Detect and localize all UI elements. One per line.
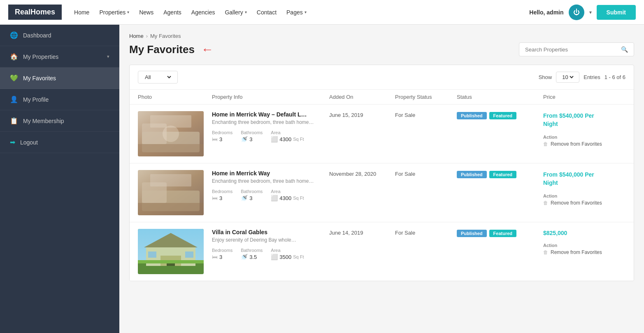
breadcrumb-separator: › <box>146 33 148 39</box>
submit-button[interactable]: Submit <box>597 5 636 20</box>
nav-pages[interactable]: Pages ▾ <box>286 9 307 16</box>
property-date: June 14, 2019 <box>329 229 395 236</box>
page-title-wrap: My Favorites ← <box>129 42 214 56</box>
user-menu-chevron[interactable]: ▾ <box>589 9 592 15</box>
remove-favorites-button[interactable]: 🗑 Remove from Favorites <box>543 141 602 147</box>
filter-dropdown[interactable]: All For Sale For Rent <box>138 71 178 84</box>
top-nav: RealHomes Home Properties ▾ News Agents … <box>0 0 644 25</box>
bath-icon: 🚿 <box>241 136 248 142</box>
user-icon-button[interactable]: ⏻ <box>569 5 584 20</box>
property-description: Enjoy serenity of Deering Bay whole… <box>212 237 323 243</box>
property-image <box>138 229 204 274</box>
breadcrumb-home[interactable]: Home <box>129 33 144 39</box>
app-logo: RealHomes <box>8 5 62 20</box>
hello-text: Hello, admin <box>529 9 563 16</box>
sidebar-item-label: My Properties <box>23 54 102 60</box>
area-feature: Area ⬜ 4300 Sq Ft <box>271 130 304 142</box>
sidebar-item-label: Logout <box>20 139 109 146</box>
price-column: From $540,000 PerNight Action 🗑 Remove f… <box>543 111 625 147</box>
properties-table: All For Sale For Rent Show 10 25 50 E <box>129 65 634 281</box>
property-description: Enchanting three bedroom, three bath hom… <box>212 178 323 184</box>
price-column: From $540,000 PerNight Action 🗑 Remove f… <box>543 170 625 206</box>
home-icon: 🏠 <box>10 53 18 61</box>
property-info: Villa in Coral Gables Enjoy serenity of … <box>212 229 329 260</box>
table-row: Villa in Coral Gables Enjoy serenity of … <box>130 222 634 281</box>
logout-icon: ➡ <box>10 138 15 146</box>
col-price: Price <box>543 94 625 100</box>
entries-info: Show 10 25 50 Entries 1 - 6 of 6 <box>539 72 625 83</box>
nav-home[interactable]: Home <box>74 9 89 16</box>
chevron-icon: ▾ <box>245 10 247 14</box>
property-image <box>138 111 204 156</box>
svg-rect-10 <box>138 203 204 215</box>
sidebar-item-dashboard[interactable]: 🌐 Dashboard <box>0 25 119 46</box>
area-icon: ⬜ <box>271 136 278 142</box>
bath-icon: 🚿 <box>241 195 248 201</box>
filters-row: All For Sale For Rent Show 10 25 50 E <box>130 65 634 90</box>
search-input[interactable] <box>525 47 621 53</box>
action-label: Action <box>543 243 625 248</box>
col-photo: Photo <box>138 94 212 100</box>
svg-rect-17 <box>148 251 156 258</box>
sidebar-item-my-membership[interactable]: 📋 My Membership <box>0 110 119 132</box>
property-badges: Published Featured <box>457 170 543 178</box>
property-price: $825,000 <box>543 230 625 236</box>
action-label: Action <box>543 193 625 198</box>
published-badge: Published <box>457 171 487 178</box>
nav-gallery[interactable]: Gallery ▾ <box>225 9 246 16</box>
svg-rect-5 <box>138 144 204 156</box>
nav-properties[interactable]: Properties ▾ <box>99 9 129 16</box>
area-feature: Area ⬜ 4300 Sq Ft <box>271 189 304 201</box>
property-name: Villa in Coral Gables <box>212 229 323 235</box>
svg-rect-18 <box>185 251 193 258</box>
show-select[interactable]: 10 25 50 <box>556 72 579 83</box>
property-price: From $540,000 PerNight <box>543 171 625 187</box>
col-property-status: Property Status <box>395 94 457 100</box>
price-column: $825,000 Action 🗑 Remove from Favorites <box>543 229 625 255</box>
nav-agencies[interactable]: Agencies <box>191 9 215 16</box>
trash-icon: 🗑 <box>543 249 548 255</box>
property-date: June 15, 2019 <box>329 111 395 118</box>
chevron-icon: ▾ <box>305 10 307 14</box>
sidebar-item-my-favorites[interactable]: 💚 My Favorites ← <box>0 68 119 89</box>
show-select-input[interactable]: 10 25 50 <box>560 74 575 81</box>
property-features: Bedrooms 🛏 3 Bathrooms 🚿 3 <box>212 130 323 142</box>
svg-rect-9 <box>150 174 191 186</box>
featured-badge: Featured <box>489 112 516 119</box>
action-label: Action <box>543 135 625 140</box>
property-status: For Sale <box>395 170 457 177</box>
property-image <box>138 170 204 215</box>
nav-agents[interactable]: Agents <box>163 9 181 16</box>
property-name: Home in Merrick Way <box>212 170 323 177</box>
nav-contact[interactable]: Contact <box>257 9 277 16</box>
filter-select-input[interactable]: All For Sale For Rent <box>143 74 172 81</box>
chevron-down-icon: ▾ <box>107 54 109 59</box>
show-label: Show <box>539 74 552 80</box>
sidebar-item-label: My Profile <box>23 96 109 103</box>
property-info: Home in Merrick Way – Default L… Enchant… <box>212 111 329 142</box>
bathrooms-feature: Bathrooms 🚿 3 <box>241 189 263 201</box>
sidebar-item-label: Dashboard <box>23 32 109 39</box>
layout: 🌐 Dashboard 🏠 My Properties ▾ 💚 My Favor… <box>0 25 644 333</box>
sidebar-item-my-profile[interactable]: 👤 My Profile <box>0 89 119 110</box>
breadcrumb-current: My Favorites <box>150 33 181 39</box>
entries-range: 1 - 6 of 6 <box>604 74 625 80</box>
page-title-arrow: ← <box>201 42 214 56</box>
sidebar-arrow-annotation: ← <box>0 73 1 84</box>
property-badges: Published Featured <box>457 111 543 119</box>
page-header: My Favorites ← 🔍 <box>129 42 634 56</box>
property-badges: Published Featured <box>457 229 543 237</box>
property-description: Enchanting three bedroom, three bath hom… <box>212 119 323 125</box>
bath-icon: 🚿 <box>241 254 248 260</box>
remove-favorites-button[interactable]: 🗑 Remove from Favorites <box>543 249 602 255</box>
property-status: For Sale <box>395 229 457 236</box>
nav-news[interactable]: News <box>139 9 153 16</box>
sidebar-item-my-properties[interactable]: 🏠 My Properties ▾ <box>0 46 119 68</box>
svg-point-4 <box>163 126 179 142</box>
property-status: For Sale <box>395 111 457 118</box>
sidebar-item-logout[interactable]: ➡ Logout <box>0 132 119 153</box>
remove-favorites-button[interactable]: 🗑 Remove from Favorites <box>543 200 602 206</box>
chevron-icon: ▾ <box>127 10 129 14</box>
table-row: Home in Merrick Way – Default L… Enchant… <box>130 105 634 163</box>
area-feature: Area ⬜ 3500 Sq Ft <box>271 248 304 260</box>
